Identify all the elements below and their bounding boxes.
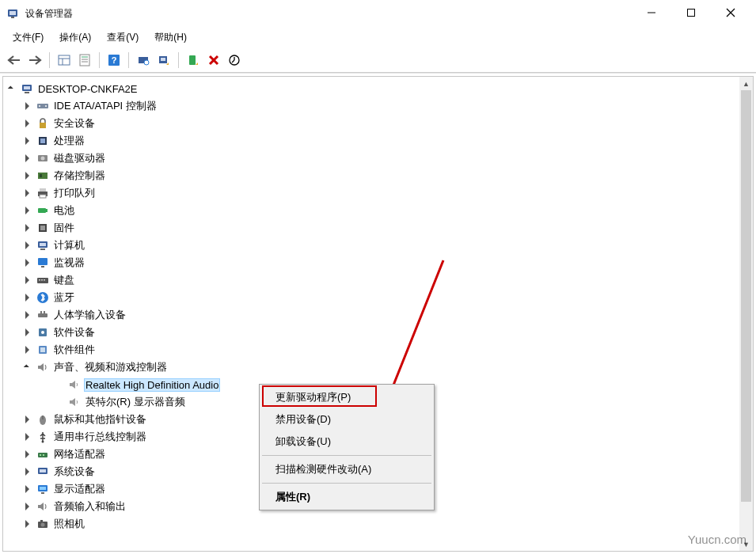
svg-rect-30 (40, 123, 46, 128)
context-menu: 更新驱动程序(P) 禁用设备(D) 卸载设备(U) 扫描检测硬件改动(A) 属性… (259, 384, 435, 510)
menu-view[interactable]: 查看(V) (99, 29, 146, 46)
expander-icon[interactable] (22, 448, 35, 461)
expander-icon[interactable] (22, 465, 35, 478)
tree-item[interactable]: 监视器 (6, 254, 753, 271)
tree-item[interactable]: IDE ATA/ATAPI 控制器 (6, 97, 753, 115)
tree-item-label: 固件 (52, 220, 76, 236)
expander-icon[interactable] (22, 500, 35, 513)
svg-rect-4 (688, 9, 695, 17)
tree-item-label: 蓝牙 (52, 290, 76, 305)
tree-item[interactable]: 安全设备 (6, 115, 753, 132)
expander-icon[interactable] (22, 309, 35, 321)
expander-icon[interactable] (22, 274, 35, 286)
security-icon (36, 117, 49, 130)
tree-item[interactable]: 声音、视频和游戏控制器 (6, 359, 753, 376)
expander-icon[interactable] (22, 413, 35, 426)
battery-icon (36, 204, 49, 217)
tree-item-label: 存储控制器 (52, 168, 107, 184)
scan-hardware-button[interactable] (134, 51, 153, 70)
close-button[interactable] (718, 7, 743, 20)
ctx-scan-hardware[interactable]: 扫描检测硬件改动(A) (261, 458, 432, 480)
scroll-thumb[interactable] (741, 90, 751, 502)
tree-item[interactable]: 软件组件 (6, 341, 753, 359)
tree-item[interactable]: 存储控制器 (6, 167, 753, 184)
speaker-icon (68, 378, 81, 391)
menu-help[interactable]: 帮助(H) (146, 29, 195, 46)
tree-item-label: DESKTOP-CNKFA2E (36, 82, 139, 96)
ctx-disable-device[interactable]: 禁用设备(D) (261, 408, 432, 431)
tree-item[interactable]: 磁盘驱动器 (6, 150, 753, 167)
ctx-uninstall-device[interactable]: 卸载设备(U) (261, 431, 432, 453)
minimize-button[interactable] (639, 7, 664, 20)
tree-item[interactable]: 电池 (6, 202, 753, 219)
uninstall-device-button[interactable] (204, 51, 223, 70)
tree-item[interactable]: 计算机 (6, 237, 753, 254)
expander-icon[interactable] (22, 361, 35, 374)
ctx-update-driver[interactable]: 更新驱动程序(P) (261, 386, 432, 408)
tree-item[interactable]: 人体学输入设备 (6, 306, 753, 324)
svg-rect-74 (40, 520, 43, 522)
menu-file[interactable]: 文件(F) (5, 29, 51, 46)
titlebar: 设备管理器 (0, 0, 756, 27)
ctx-properties[interactable]: 属性(R) (261, 486, 432, 508)
component-icon (36, 343, 49, 356)
tree-item-label: 软件设备 (52, 324, 97, 340)
expander-icon[interactable] (22, 291, 35, 304)
svg-rect-71 (41, 492, 44, 494)
expander-icon[interactable] (22, 117, 35, 130)
disable-device-button[interactable] (225, 51, 244, 70)
network-icon (36, 448, 49, 461)
mouse-icon (36, 413, 49, 426)
expander-icon[interactable] (22, 204, 35, 217)
tree-item[interactable]: 固件 (6, 219, 753, 237)
menubar: 文件(F) 操作(A) 查看(V) 帮助(H) (0, 27, 756, 47)
expander-icon[interactable] (22, 518, 35, 530)
expander-icon[interactable] (22, 222, 35, 234)
expander-icon[interactable] (6, 82, 19, 95)
tree-item[interactable]: 打印队列 (6, 184, 753, 202)
vertical-scrollbar[interactable]: ▲ ▼ (739, 77, 753, 551)
menu-action[interactable]: 操作(A) (51, 29, 99, 46)
expander-icon[interactable] (22, 326, 35, 339)
expander-icon[interactable] (22, 256, 35, 269)
tree-item[interactable]: 处理器 (6, 132, 753, 150)
enable-device-button[interactable] (184, 51, 203, 70)
keyboard-icon (36, 274, 49, 286)
show-hide-tree-button[interactable] (55, 51, 74, 70)
tree-item[interactable]: DESKTOP-CNKFA2E (6, 80, 753, 97)
tree-item[interactable]: 照相机 (6, 515, 753, 533)
maximize-button[interactable] (678, 7, 704, 20)
svg-rect-45 (40, 243, 46, 246)
svg-rect-46 (40, 249, 45, 250)
speaker-icon (68, 396, 81, 408)
svg-point-34 (41, 157, 45, 161)
nav-forward-button[interactable] (25, 51, 44, 70)
expander-icon[interactable] (22, 239, 35, 252)
scroll-up-arrow[interactable]: ▲ (739, 77, 753, 90)
expander-icon[interactable] (22, 483, 35, 495)
svg-rect-56 (44, 311, 45, 313)
expander-icon[interactable] (22, 169, 35, 182)
nav-back-button[interactable] (5, 51, 24, 70)
expander-icon[interactable] (22, 343, 35, 356)
properties-button[interactable] (75, 51, 94, 70)
expander-icon[interactable] (22, 152, 35, 165)
svg-rect-43 (40, 226, 45, 230)
tree-item[interactable]: 软件设备 (6, 324, 753, 341)
expander-icon[interactable] (22, 187, 35, 199)
expander-icon[interactable] (22, 100, 35, 112)
tree-item[interactable]: 键盘 (6, 271, 753, 289)
help-button[interactable]: ? (104, 51, 123, 70)
tree-item-label: 音频输入和输出 (52, 499, 127, 514)
update-driver-button[interactable] (154, 51, 173, 70)
toolbar-separator (49, 52, 50, 68)
monitor-icon (36, 256, 49, 269)
svg-rect-40 (38, 208, 46, 213)
expander-icon[interactable] (22, 135, 35, 147)
svg-point-73 (41, 523, 45, 527)
tree-item[interactable]: 蓝牙 (6, 289, 753, 306)
tree-item-label: 电池 (52, 203, 76, 218)
disk-icon (36, 152, 49, 165)
expander-icon[interactable] (22, 431, 35, 443)
tree-item-label: 人体学输入设备 (52, 307, 127, 323)
